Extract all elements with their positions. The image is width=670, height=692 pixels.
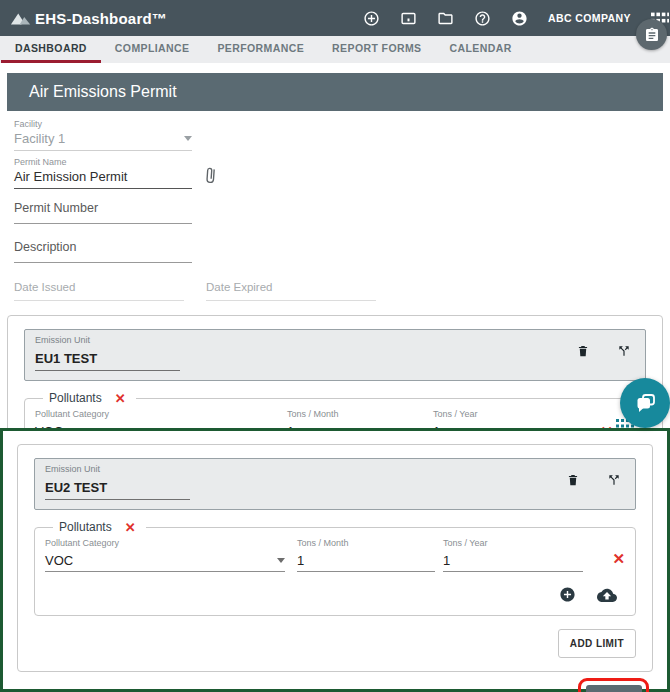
screen-box-icon[interactable] [400, 10, 417, 27]
chevron-down-icon [184, 136, 192, 141]
description-field[interactable]: Description [14, 240, 663, 263]
emission-unit-input[interactable]: EU1 TEST [35, 351, 180, 371]
company-menu[interactable]: ABC COMPANY [548, 12, 631, 24]
tab-calendar[interactable]: CALENDAR [436, 36, 526, 63]
date-expired-label: Date Expired [206, 281, 376, 293]
chat-widget-button[interactable] [620, 378, 670, 428]
highlighted-section: Emission Unit EU2 TEST Pollutants ✕ Poll… [0, 428, 670, 692]
page-title: Air Emissions Permit [29, 83, 177, 101]
tons-year-input[interactable]: 1 [443, 553, 583, 572]
tab-compliance[interactable]: COMPLIANCE [101, 36, 204, 63]
emission-unit-input[interactable]: EU2 TEST [45, 480, 190, 500]
add-circle-icon[interactable] [363, 10, 380, 27]
clipboard-icon [644, 27, 660, 43]
remove-pollutants-x-icon[interactable]: ✕ [125, 521, 136, 534]
date-issued-underline [14, 300, 184, 301]
call-split-icon[interactable] [607, 473, 621, 487]
date-expired-underline [206, 300, 376, 301]
pollutant-actions [45, 586, 617, 603]
tasks-clipboard-badge[interactable] [636, 19, 667, 50]
permit-name-label: Permit Name [14, 157, 663, 167]
save-button[interactable]: SAVE [586, 685, 642, 692]
main-nav: DASHBOARD COMPLIANCE PERFORMANCE REPORT … [0, 36, 670, 63]
trash-icon[interactable] [576, 343, 590, 359]
emission-unit-label: Emission Unit [35, 335, 635, 345]
permit-number-field[interactable]: Permit Number [14, 201, 663, 224]
facility-label: Facility [14, 119, 663, 129]
tons-month-value: 1 [297, 553, 304, 568]
call-split-icon[interactable] [617, 344, 631, 358]
tab-dashboard[interactable]: DASHBOARD [1, 36, 101, 63]
form-footer: CANCEL SAVE [12, 685, 658, 692]
pollutant-row: Pollutant Category VOC Tons / Month 1 To… [45, 538, 625, 572]
emission-unit-actions [566, 472, 621, 488]
emission-unit-box: Emission Unit EU2 TEST [34, 458, 636, 510]
trash-icon[interactable] [566, 472, 580, 488]
paperclip-icon[interactable] [204, 165, 217, 187]
description-underline [14, 262, 192, 263]
appbar-actions: ABC COMPANY [363, 10, 664, 27]
tab-performance[interactable]: PERFORMANCE [203, 36, 318, 63]
permit-number-underline [14, 223, 192, 224]
pollutant-category-select[interactable]: VOC [45, 553, 285, 572]
tons-year-value: 1 [443, 553, 450, 568]
emission-unit-box: Emission Unit EU1 TEST [24, 329, 646, 381]
permit-name-value: Air Emission Permit [14, 169, 127, 184]
help-icon[interactable] [474, 10, 491, 27]
folder-icon[interactable] [437, 10, 454, 27]
remove-row-x-icon[interactable]: ✕ [612, 551, 625, 566]
permit-name-input[interactable]: Air Emission Permit [14, 169, 192, 189]
permit-number-label: Permit Number [14, 201, 663, 215]
tons-month-label: Tons / Month [297, 538, 435, 548]
tons-year-label: Tons / Year [433, 409, 573, 419]
page-title-bar: Air Emissions Permit [7, 73, 663, 111]
facility-field: Facility Facility 1 [14, 119, 663, 151]
pollutant-category-value: VOC [45, 553, 73, 568]
pollutant-category-label: Pollutant Category [35, 409, 275, 419]
pollutant-category-label: Pollutant Category [45, 538, 285, 548]
add-limit-button[interactable]: ADD LIMIT [558, 629, 636, 658]
emission-unit-label: Emission Unit [45, 464, 625, 474]
account-icon[interactable] [511, 10, 528, 27]
pollutants-legend: Pollutants [59, 520, 112, 534]
pollutants-fieldset: Pollutants ✕ Pollutant Category VOC Tons… [34, 520, 636, 616]
chat-bubbles-icon [632, 390, 658, 416]
permit-form: Facility Facility 1 Permit Name Air Emis… [14, 119, 663, 301]
emission-unit-actions [576, 343, 631, 359]
date-issued-label: Date Issued [14, 281, 184, 293]
app-bar: EHS-Dashboard™ ABC COMPANY [0, 0, 670, 36]
pollutants-legend: Pollutants [49, 391, 102, 405]
permit-name-field: Permit Name Air Emission Permit [14, 157, 663, 189]
app-logo: EHS-Dashboard™ [10, 10, 167, 27]
tab-report-forms[interactable]: REPORT FORMS [318, 36, 435, 63]
date-expired-field[interactable]: Date Expired [206, 281, 376, 301]
chevron-down-icon [277, 558, 285, 563]
facility-select[interactable]: Facility 1 [14, 131, 192, 151]
tons-year-label: Tons / Year [443, 538, 583, 548]
remove-pollutants-x-icon[interactable]: ✕ [115, 392, 126, 405]
date-fields: Date Issued Date Expired [14, 281, 663, 301]
add-pollutant-icon[interactable] [559, 586, 576, 603]
app-logo-text: EHS-Dashboard™ [35, 10, 167, 27]
date-issued-field[interactable]: Date Issued [14, 281, 184, 301]
tons-month-label: Tons / Month [287, 409, 425, 419]
facility-value: Facility 1 [14, 131, 65, 146]
description-label: Description [14, 240, 663, 254]
cloud-upload-icon[interactable] [597, 586, 617, 603]
tons-month-input[interactable]: 1 [297, 553, 435, 572]
mountain-logo-icon [10, 10, 32, 26]
emission-unit-card-2: Emission Unit EU2 TEST Pollutants ✕ Poll… [17, 444, 653, 672]
